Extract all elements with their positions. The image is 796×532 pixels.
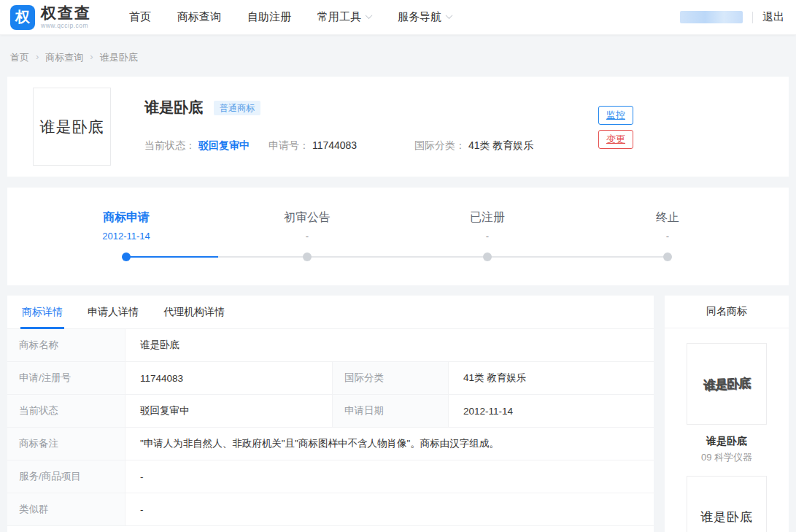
top-navbar: 权 权查查 www.qccip.com 首页 商标查询 自助注册 常用工具 服务… xyxy=(0,0,796,35)
nav-item-self-register[interactable]: 自助注册 xyxy=(247,10,291,24)
timeline-dot xyxy=(483,252,492,261)
same-name-trademarks-panel: 同名商标 谁是卧底 谁是卧底 09 科学仪器 谁是卧底 xyxy=(665,296,789,532)
breadcrumb: 首页 › 商标查询 › 谁是卧底 xyxy=(0,35,796,77)
details-tabs: 商标详情 申请人详情 代理机构详情 xyxy=(7,296,654,329)
site-logo[interactable]: 权 权查查 www.qccip.com xyxy=(10,5,91,30)
field-current-status: 当前状态： 驳回复审中 xyxy=(144,139,268,153)
divider xyxy=(752,12,753,23)
timeline-dot-active xyxy=(122,252,131,261)
timeline-dot xyxy=(303,252,312,261)
breadcrumb-separator-icon: › xyxy=(90,51,93,62)
change-button[interactable]: 变更 xyxy=(598,130,633,149)
table-row: 商标名称 谁是卧底 xyxy=(7,329,654,362)
page-title: 谁是卧底 xyxy=(144,98,203,117)
trademark-image: 谁是卧底 xyxy=(33,88,111,166)
nav-item-common-tools[interactable]: 常用工具 xyxy=(317,10,371,24)
main-nav: 首页 商标查询 自助注册 常用工具 服务导航 xyxy=(129,10,478,24)
table-row: 申请/注册号 11744083 国际分类 41类 教育娱乐 xyxy=(7,362,654,395)
nav-item-service-nav[interactable]: 服务导航 xyxy=(398,10,452,24)
site-name: 权查查 xyxy=(41,5,91,20)
same-name-trademark-item[interactable]: 谁是卧底 谁是卧底 09 科学仪器 xyxy=(665,328,789,464)
breadcrumb-trademark-search[interactable]: 商标查询 xyxy=(45,51,83,64)
trademark-name: 谁是卧底 xyxy=(665,434,789,447)
chevron-down-icon xyxy=(366,12,373,19)
status-value: 驳回复审中 xyxy=(198,139,250,151)
logout-button[interactable]: 退出 xyxy=(762,10,784,24)
same-name-trademark-item[interactable]: 谁是卧底 xyxy=(665,464,789,532)
monitor-button[interactable]: 监控 xyxy=(598,106,633,125)
breadcrumb-home[interactable]: 首页 xyxy=(10,51,29,64)
trademark-details-card: 商标详情 申请人详情 代理机构详情 商标名称 谁是卧底 申请/注册号 11744… xyxy=(7,296,654,532)
trademark-thumbnail: 谁是卧底 xyxy=(687,343,767,425)
trademark-type-badge: 普通商标 xyxy=(214,101,260,115)
trademark-class: 09 科学仪器 xyxy=(665,451,789,464)
timeline-step-terminated: 终止 - xyxy=(606,209,730,261)
tab-trademark-details[interactable]: 商标详情 xyxy=(20,296,64,328)
site-domain: www.qccip.com xyxy=(41,23,91,29)
timeline-track xyxy=(126,256,668,258)
nav-item-home[interactable]: 首页 xyxy=(129,10,151,24)
timeline-dot xyxy=(663,252,672,261)
table-row: 类似群 - xyxy=(7,493,654,526)
trademark-header-card: 谁是卧底 谁是卧底 普通商标 当前状态： 驳回复审中 申请号： 11744083… xyxy=(7,77,789,177)
table-row: 当前状态 驳回复审中 申请日期 2012-11-14 xyxy=(7,395,654,428)
sidebar-title: 同名商标 xyxy=(665,296,789,328)
breadcrumb-separator-icon: › xyxy=(36,51,39,62)
logo-icon: 权 xyxy=(10,5,35,30)
tab-agency-details[interactable]: 代理机构详情 xyxy=(162,296,226,328)
table-row: 服务/商品项目 - xyxy=(7,460,654,493)
timeline-step-application: 商标申请 2012-11-14 xyxy=(64,209,188,261)
breadcrumb-current: 谁是卧底 xyxy=(100,51,138,64)
field-application-number: 申请号： 11744083 xyxy=(268,139,414,153)
tab-applicant-details[interactable]: 申请人详情 xyxy=(86,296,140,328)
field-intl-class: 国际分类： 41类 教育娱乐 xyxy=(414,139,533,153)
timeline-step-registered: 已注册 - xyxy=(425,209,549,261)
chevron-down-icon xyxy=(446,12,453,19)
trademark-thumbnail: 谁是卧底 xyxy=(687,476,767,532)
nav-item-trademark-search[interactable]: 商标查询 xyxy=(177,10,221,24)
status-timeline-card: 商标申请 2012-11-14 初审公告 - 已注册 - 终止 - xyxy=(7,188,789,285)
user-account-redacted[interactable] xyxy=(680,11,743,23)
table-row: 商标备注 "申请人为非自然人、非政府机关"且"商标图样中不含人物肖像"。商标由汉… xyxy=(7,428,654,460)
timeline-step-preliminary-publication: 初审公告 - xyxy=(245,209,369,261)
